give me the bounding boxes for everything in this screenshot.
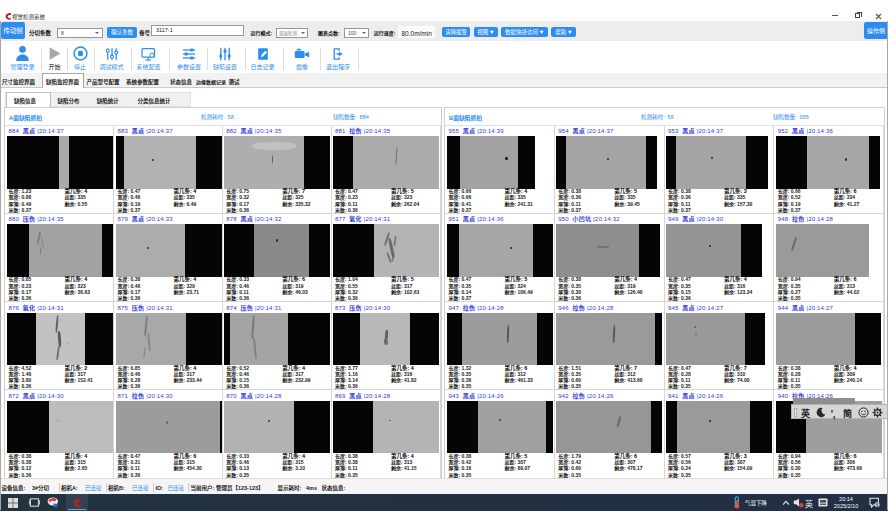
svg-text:6: 6 <box>876 501 879 507</box>
